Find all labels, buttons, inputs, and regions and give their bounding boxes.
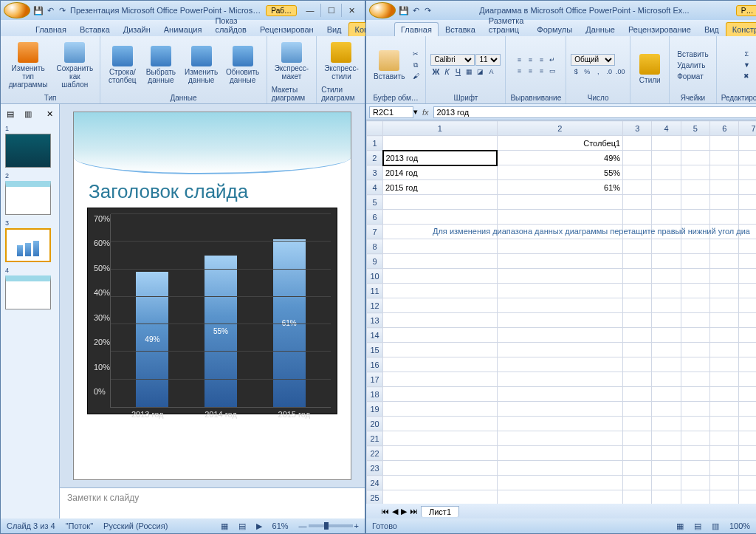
zoom-level[interactable]: 100% [729,521,750,530]
cell[interactable] [623,490,652,504]
cell[interactable] [497,343,622,357]
cell[interactable] [681,387,709,402]
cell[interactable] [739,210,756,225]
view-normal-icon[interactable]: ▦ [221,521,228,531]
cell[interactable] [681,136,709,151]
slide-thumb-4[interactable]: 4 [5,267,55,309]
cell[interactable] [739,461,756,476]
cell[interactable] [652,461,681,476]
cell[interactable] [681,298,709,313]
office-button[interactable] [4,2,30,18]
row-header[interactable]: 18 [367,387,383,402]
cell[interactable] [383,417,498,431]
fill-icon[interactable]: ▼ [741,60,752,70]
cell[interactable] [383,284,498,298]
cell[interactable] [383,387,498,402]
cell[interactable] [681,461,709,476]
cell[interactable] [710,387,739,402]
cell[interactable] [383,446,498,461]
tab-designer[interactable]: Конструктор [726,22,756,36]
cell[interactable] [681,254,709,269]
cell[interactable] [497,372,622,387]
name-box[interactable]: R2C1 [369,106,413,118]
dec-decimal-icon[interactable]: .00 [615,66,625,77]
cell[interactable] [497,254,622,269]
font-name-select[interactable]: Calibri [430,54,475,66]
chart-object[interactable]: 0%10%20%30%40%50%60%70% 2013 год2014 год… [87,208,337,414]
cell[interactable] [739,239,756,254]
cell[interactable] [710,165,739,180]
fx-icon[interactable]: fx [418,108,433,117]
cell[interactable] [497,402,622,417]
cell[interactable] [652,136,681,151]
cell[interactable] [383,136,498,151]
cell[interactable]: 2013 год [383,151,498,165]
font-color-button[interactable]: A [486,66,496,77]
cell[interactable] [623,269,652,284]
cell[interactable] [710,269,739,284]
cell[interactable] [623,254,652,269]
row-header[interactable]: 4 [367,180,383,195]
save-as-template-button[interactable]: Сохранить как шаблон [54,41,95,90]
cell[interactable] [623,387,652,402]
worksheet-area[interactable]: 1234567891Столбец122013 год49%32014 год5… [366,120,756,504]
cell[interactable] [497,269,622,284]
cell[interactable] [681,180,709,195]
cell[interactable] [652,402,681,417]
cell[interactable] [497,328,622,343]
redo-icon[interactable]: ↷ [422,5,433,16]
cell[interactable] [739,151,756,165]
col-header[interactable]: 3 [623,121,652,136]
cell[interactable] [497,298,622,313]
cell[interactable] [710,328,739,343]
cell[interactable] [710,136,739,151]
slide-title[interactable]: Заголовок слайда [74,174,351,208]
cell[interactable] [739,313,756,328]
col-header[interactable]: 4 [652,121,681,136]
cell[interactable] [681,417,709,431]
paste-button[interactable]: Вставить [371,49,408,82]
cell[interactable] [497,387,622,402]
tab-nav-next-icon[interactable]: ▶ [401,507,407,516]
cell[interactable] [681,210,709,225]
cell[interactable] [652,476,681,490]
cell[interactable] [652,417,681,431]
cell[interactable] [383,210,498,225]
cell[interactable] [623,313,652,328]
office-button[interactable] [369,2,396,18]
cell[interactable] [652,431,681,446]
cell[interactable] [652,372,681,387]
cell[interactable] [623,151,652,165]
notes-pane[interactable]: Заметки к слайду [60,487,365,518]
row-header[interactable]: 3 [367,165,383,180]
currency-icon[interactable]: $ [571,66,581,77]
cell[interactable] [652,343,681,357]
italic-button[interactable]: К [441,66,452,77]
tab-nav-first-icon[interactable]: ⏮ [381,507,389,516]
cell[interactable] [623,343,652,357]
row-header[interactable]: 5 [367,195,383,210]
insert-cells-button[interactable]: Вставить [674,49,711,59]
cell[interactable] [681,165,709,180]
cell[interactable] [623,210,652,225]
view-show-icon[interactable]: ▶ [256,521,262,531]
cut-icon[interactable]: ✂ [410,49,421,59]
cell[interactable] [710,254,739,269]
cell[interactable] [652,284,681,298]
cell[interactable] [623,284,652,298]
cell[interactable] [652,269,681,284]
row-header[interactable]: 15 [367,343,383,357]
cell[interactable] [710,431,739,446]
cell[interactable] [623,328,652,343]
row-header[interactable]: 10 [367,269,383,284]
align-left-icon[interactable]: ≡ [514,66,524,76]
tab-insert[interactable]: Вставка [439,22,482,36]
close-pane-icon[interactable]: ✕ [44,109,56,120]
cell[interactable] [497,313,622,328]
cell[interactable] [739,284,756,298]
cell[interactable] [623,165,652,180]
view-normal-icon[interactable]: ▦ [676,521,684,531]
cell[interactable] [383,239,498,254]
cell[interactable] [497,446,622,461]
cell[interactable] [739,343,756,357]
